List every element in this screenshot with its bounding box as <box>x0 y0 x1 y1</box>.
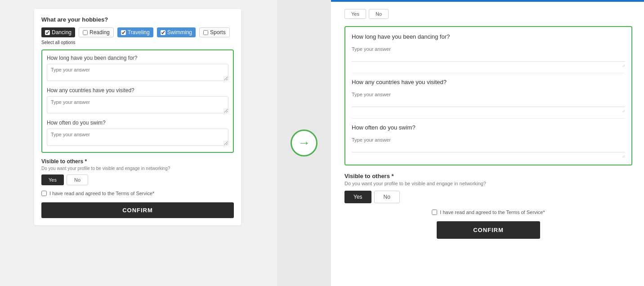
left-q3-label: How often do you swim? <box>47 120 228 126</box>
right-q2-input[interactable] <box>352 89 625 107</box>
hobby-reading-checkbox[interactable] <box>83 30 88 35</box>
right-questions-section: How long have you been dancing for? ⊿ Ho… <box>344 26 632 165</box>
left-terms-row: I have read and agreed to the Terms of S… <box>41 191 234 196</box>
right-q3-input[interactable] <box>352 134 625 152</box>
right-top-yes-button[interactable]: Yes <box>344 9 366 19</box>
select-all-label[interactable]: Select all options <box>41 40 234 45</box>
left-yes-no-group: Yes No <box>41 174 234 185</box>
left-terms-label[interactable]: I have read and agreed to the Terms of S… <box>49 191 154 196</box>
hobby-sports[interactable]: Sports <box>199 27 230 37</box>
right-q1-input[interactable] <box>352 44 625 62</box>
left-form: What are your hobbies? Dancing Reading T… <box>34 9 241 225</box>
hobby-swimming-checkbox[interactable] <box>161 30 165 35</box>
right-top-yes-no: Yes No <box>344 9 632 19</box>
left-q3-input[interactable] <box>47 129 228 146</box>
hobby-reading[interactable]: Reading <box>79 27 114 37</box>
right-top-no-button[interactable]: No <box>369 9 389 19</box>
right-no-button[interactable]: No <box>374 191 400 203</box>
right-visible-title: Visible to others * <box>344 173 632 179</box>
left-panel: What are your hobbies? Dancing Reading T… <box>0 0 277 286</box>
hobby-swimming[interactable]: Swimming <box>157 27 196 37</box>
right-q3-label: How often do you swim? <box>352 124 625 131</box>
left-visible-section: Visible to others * Do you want your pro… <box>41 158 234 185</box>
right-yes-no-group: Yes No <box>344 191 632 203</box>
right-divider-2 <box>352 118 625 119</box>
right-q3-resize: ⊿ <box>352 154 625 158</box>
right-q1-label: How long have you been dancing for? <box>352 33 625 40</box>
hobby-dancing[interactable]: Dancing <box>41 27 75 37</box>
hobbies-title: What are your hobbies? <box>41 16 234 23</box>
left-q2-label: How any countries have you visited? <box>47 87 228 94</box>
right-visible-section: Visible to others * Do you want your pro… <box>344 173 632 203</box>
left-q1-label: How long have you been dancing for? <box>47 55 228 61</box>
left-visible-desc: Do you want your profile to be visible a… <box>41 166 234 171</box>
right-yes-button[interactable]: Yes <box>344 191 371 203</box>
left-q1-input[interactable] <box>47 64 228 81</box>
hobby-sports-checkbox[interactable] <box>203 30 208 35</box>
right-q2-resize: ⊿ <box>352 109 625 113</box>
left-confirm-button[interactable]: CONFIRM <box>41 202 234 218</box>
hobbies-checkbox-group: Dancing Reading Traveling Swimming <box>41 27 234 37</box>
right-terms-row: I have read and agreed to the Terms of S… <box>344 210 632 215</box>
right-divider-1 <box>352 73 625 73</box>
left-terms-checkbox[interactable] <box>41 191 47 196</box>
left-visible-title: Visible to others * <box>41 158 234 165</box>
right-form: Yes No How long have you been dancing fo… <box>331 2 644 286</box>
right-q1-resize: ⊿ <box>352 63 625 67</box>
arrow-icon: → <box>291 130 318 156</box>
right-form-wrapper: Yes No How long have you been dancing fo… <box>331 0 644 286</box>
right-confirm-button[interactable]: CONFIRM <box>437 221 540 239</box>
right-terms-label[interactable]: I have read and agreed to the Terms of S… <box>440 210 545 215</box>
hobby-traveling-checkbox[interactable] <box>121 30 126 35</box>
main-container: What are your hobbies? Dancing Reading T… <box>0 0 644 286</box>
right-panel: Yes No How long have you been dancing fo… <box>331 0 644 286</box>
arrow-container: → <box>277 130 331 156</box>
left-yes-button[interactable]: Yes <box>41 174 64 185</box>
right-terms-checkbox[interactable] <box>432 210 437 215</box>
right-visible-desc: Do you want your profile to be visible a… <box>344 181 632 186</box>
left-no-button[interactable]: No <box>67 174 88 185</box>
left-questions-section: How long have you been dancing for? How … <box>41 49 234 153</box>
hobby-traveling[interactable]: Traveling <box>117 27 153 37</box>
hobby-dancing-checkbox[interactable] <box>45 30 50 35</box>
left-q2-input[interactable] <box>47 96 228 113</box>
right-q2-label: How any countries have you visited? <box>352 79 625 85</box>
